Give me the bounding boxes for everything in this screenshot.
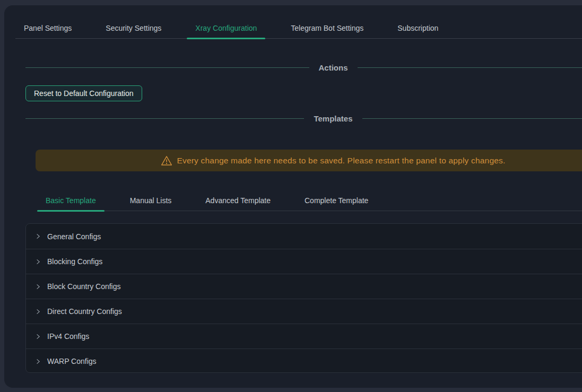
templates-section-title: Templates: [304, 114, 362, 123]
main-tabs: Panel Settings Security Settings Xray Co…: [15, 18, 582, 39]
warning-alert-text: Every change made here needs to be saved…: [177, 156, 505, 165]
config-collapse: General Configs Blocking Configs Block C…: [25, 223, 582, 373]
warning-triangle-icon: [161, 155, 172, 167]
collapse-header-label: WARP Configs: [47, 357, 97, 365]
tab-label: Manual Lists: [130, 196, 172, 205]
divider-line: [358, 67, 582, 68]
collapse-header-label: Blocking Configs: [47, 257, 102, 266]
tab-manual-lists[interactable]: Manual Lists: [121, 190, 180, 211]
tab-panel-settings[interactable]: Panel Settings: [15, 18, 80, 38]
active-subtab-indicator: [37, 210, 105, 212]
collapse-header-label: IPv4 Configs: [47, 332, 89, 341]
collapse-header-label: Direct Country Configs: [47, 307, 122, 316]
collapse-header-label: General Configs: [47, 232, 101, 241]
chevron-right-icon: [34, 308, 41, 315]
tab-label: Subscription: [397, 24, 438, 32]
tab-label: Complete Template: [305, 196, 368, 205]
divider-line: [25, 67, 309, 68]
chevron-right-icon: [34, 358, 41, 365]
actions-section-title: Actions: [309, 63, 358, 72]
collapse-header-blocking-configs[interactable]: Blocking Configs: [26, 249, 582, 274]
tab-label: Advanced Template: [205, 196, 271, 205]
tab-subscription[interactable]: Subscription: [389, 18, 447, 38]
chevron-right-icon: [34, 258, 41, 265]
tab-label: Panel Settings: [24, 24, 72, 32]
actions-divider: Actions: [25, 61, 582, 74]
tab-label: Security Settings: [106, 24, 161, 32]
collapse-header-general-configs[interactable]: General Configs: [26, 224, 582, 249]
reset-to-default-button[interactable]: Reset to Default Configuration: [25, 85, 142, 101]
collapse-header-ipv4-configs[interactable]: IPv4 Configs: [26, 324, 582, 349]
templates-divider: Templates: [25, 112, 582, 125]
template-tabs: Basic Template Manual Lists Advanced Tem…: [37, 190, 582, 211]
chevron-right-icon: [34, 333, 41, 340]
chevron-right-icon: [34, 233, 41, 240]
collapse-header-direct-country-configs[interactable]: Direct Country Configs: [26, 299, 582, 324]
tab-basic-template[interactable]: Basic Template: [37, 190, 105, 211]
collapse-header-warp-configs[interactable]: WARP Configs: [26, 349, 582, 373]
collapse-header-label: Block Country Configs: [47, 282, 121, 291]
collapse-header-block-country-configs[interactable]: Block Country Configs: [26, 274, 582, 299]
tab-advanced-template[interactable]: Advanced Template: [197, 190, 279, 211]
active-tab-indicator: [187, 38, 265, 39]
tab-telegram-bot-settings[interactable]: Telegram Bot Settings: [282, 18, 372, 38]
warning-alert: Every change made here needs to be saved…: [36, 150, 582, 171]
divider-line: [362, 118, 582, 119]
settings-panel: Panel Settings Security Settings Xray Co…: [4, 5, 582, 388]
tab-complete-template[interactable]: Complete Template: [296, 190, 377, 211]
chevron-right-icon: [34, 283, 41, 290]
tab-label: Basic Template: [46, 196, 96, 205]
tab-label: Telegram Bot Settings: [291, 24, 363, 32]
divider-line: [25, 118, 304, 119]
tab-label: Xray Configuration: [195, 24, 257, 32]
tab-security-settings[interactable]: Security Settings: [97, 18, 170, 38]
tab-xray-configuration[interactable]: Xray Configuration: [187, 18, 265, 38]
